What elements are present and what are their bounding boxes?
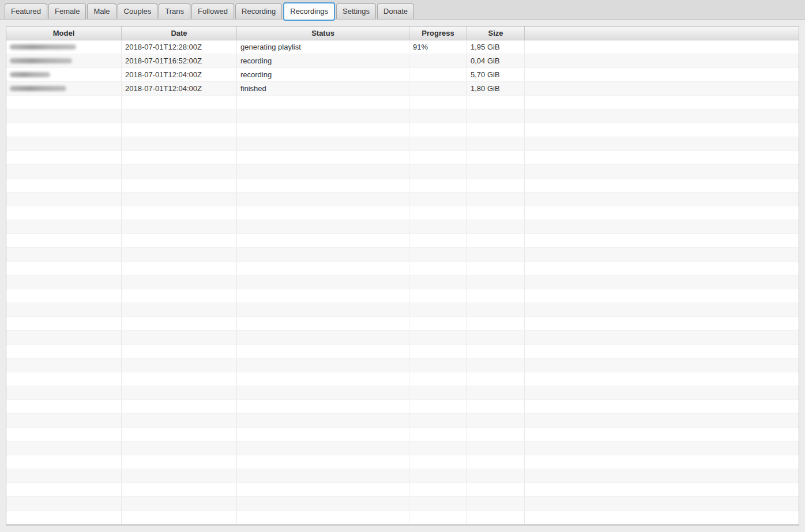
tab-recordings[interactable]: Recordings (283, 2, 335, 21)
table-row-empty[interactable] (6, 428, 799, 442)
size-cell (467, 497, 525, 510)
filler-cell (525, 193, 799, 206)
model-cell (6, 428, 122, 441)
table-row-empty[interactable] (6, 372, 799, 386)
progress-cell (409, 137, 467, 150)
model-cell (6, 331, 122, 344)
size-cell (467, 206, 525, 220)
model-cell (6, 248, 122, 261)
table-row[interactable]: 2018-07-01T12:04:00Zrecording5,70 GiB (6, 68, 799, 82)
column-header-model[interactable]: Model (6, 27, 122, 40)
table-row-empty[interactable] (6, 511, 799, 525)
filler-cell (525, 345, 799, 358)
table-row-empty[interactable] (6, 276, 799, 289)
size-cell (467, 96, 525, 109)
table-row-empty[interactable] (6, 469, 799, 483)
model-cell (6, 137, 122, 150)
table-row-empty[interactable] (6, 123, 799, 137)
size-cell (467, 511, 525, 524)
tab-male[interactable]: Male (87, 3, 116, 19)
tab-strip: FeaturedFemaleMaleCouplesTransFollowedRe… (0, 0, 805, 20)
progress-cell (409, 483, 467, 496)
table-row-empty[interactable] (6, 317, 799, 331)
table-row-empty[interactable] (6, 165, 799, 179)
size-cell (467, 303, 525, 316)
date-cell (122, 317, 237, 330)
size-cell (467, 386, 525, 399)
status-cell (237, 386, 409, 399)
tab-female[interactable]: Female (48, 3, 86, 19)
date-cell (122, 206, 237, 220)
table-row-empty[interactable] (6, 110, 799, 123)
column-header-filler[interactable] (525, 27, 799, 40)
table-row-empty[interactable] (6, 151, 799, 165)
table-row-empty[interactable] (6, 193, 799, 206)
size-cell (467, 151, 525, 164)
progress-cell (409, 289, 467, 303)
status-cell (237, 123, 409, 137)
filler-cell (525, 179, 799, 192)
table-row-empty[interactable] (6, 137, 799, 151)
table-row-empty[interactable] (6, 206, 799, 220)
table-row-empty[interactable] (6, 483, 799, 497)
progress-cell (409, 220, 467, 233)
table-row[interactable]: 2018-07-01T16:52:00Zrecording0,04 GiB (6, 54, 799, 68)
filler-cell (525, 165, 799, 178)
tab-followed[interactable]: Followed (191, 3, 234, 19)
tab-donate[interactable]: Donate (377, 3, 414, 19)
status-cell (237, 442, 409, 455)
progress-cell (409, 469, 467, 482)
tab-featured[interactable]: Featured (5, 3, 47, 19)
table-row-empty[interactable] (6, 359, 799, 372)
progress-cell (409, 331, 467, 344)
tab-trans[interactable]: Trans (159, 3, 190, 19)
table-row-empty[interactable] (6, 96, 799, 110)
date-cell (122, 289, 237, 303)
table-row-empty[interactable] (6, 345, 799, 359)
model-cell (6, 483, 122, 496)
table-row-empty[interactable] (6, 455, 799, 469)
status-cell (237, 96, 409, 109)
table-row-empty[interactable] (6, 400, 799, 414)
date-cell (122, 262, 237, 275)
table-row[interactable]: 2018-07-01T12:04:00Zfinished1,80 GiB (6, 82, 799, 96)
tab-settings[interactable]: Settings (336, 3, 376, 19)
column-header-status[interactable]: Status (237, 27, 409, 40)
size-cell (467, 123, 525, 137)
table-row-empty[interactable] (6, 442, 799, 455)
table-row-empty[interactable] (6, 497, 799, 511)
date-cell (122, 151, 237, 164)
filler-cell (525, 303, 799, 316)
table-row-empty[interactable] (6, 289, 799, 303)
table-row-empty[interactable] (6, 248, 799, 262)
column-header-date[interactable]: Date (122, 27, 237, 40)
size-cell (467, 248, 525, 261)
column-header-progress[interactable]: Progress (409, 27, 467, 40)
column-header-size[interactable]: Size (467, 27, 525, 40)
model-cell (6, 234, 122, 247)
table-row[interactable]: 2018-07-01T12:28:00Zgenerating playlist9… (6, 40, 799, 54)
table-row-empty[interactable] (6, 414, 799, 428)
size-cell: 1,80 GiB (467, 82, 525, 95)
filler-cell (525, 400, 799, 413)
status-cell (237, 193, 409, 206)
filler-cell (525, 317, 799, 330)
filler-cell (525, 359, 799, 372)
table-row-empty[interactable] (6, 179, 799, 193)
filler-cell (525, 123, 799, 137)
table-row-empty[interactable] (6, 262, 799, 276)
table-row-empty[interactable] (6, 386, 799, 400)
model-cell (6, 289, 122, 303)
date-cell (122, 331, 237, 344)
size-cell: 0,04 GiB (467, 54, 525, 67)
tab-couples[interactable]: Couples (118, 3, 158, 19)
table-row-empty[interactable] (6, 331, 799, 345)
size-cell (467, 428, 525, 441)
table-row-empty[interactable] (6, 234, 799, 248)
model-cell (6, 442, 122, 455)
tab-recording[interactable]: Recording (235, 3, 282, 19)
table-row-empty[interactable] (6, 220, 799, 234)
progress-cell (409, 193, 467, 206)
status-cell (237, 206, 409, 220)
table-row-empty[interactable] (6, 303, 799, 317)
